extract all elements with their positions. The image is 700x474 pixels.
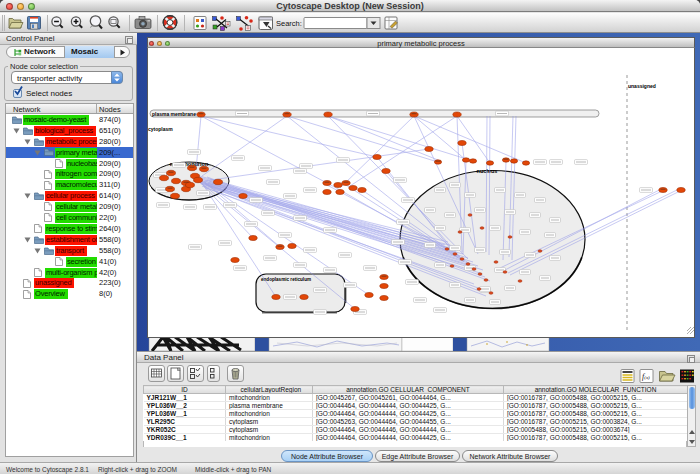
svg-text:Search:: Search: [276, 19, 302, 28]
svg-text:endoplasmic reticulum: endoplasmic reticulum [261, 277, 311, 282]
svg-text:cytoplasm: cytoplasm [148, 126, 173, 132]
svg-text:plasma membrane: plasma membrane [152, 111, 196, 117]
svg-text:unassigned: unassigned [628, 83, 656, 89]
svg-text:nucleus: nucleus [477, 168, 498, 174]
